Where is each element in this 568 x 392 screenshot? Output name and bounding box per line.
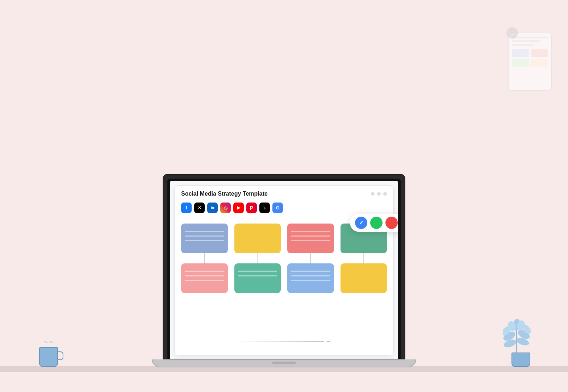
color-swatch-blue[interactable]: ✓ <box>355 217 367 229</box>
color-swatch-red[interactable] <box>385 217 398 229</box>
laptop-lid: Social Media Strategy Template f ✕ in ◎ <box>163 174 405 359</box>
scroll-arrow: → <box>237 338 331 345</box>
node-8[interactable] <box>341 263 387 293</box>
pinterest-icon[interactable]: P <box>246 203 257 213</box>
app-window: Social Media Strategy Template f ✕ in ◎ <box>174 185 394 356</box>
linkedin-icon[interactable]: in <box>207 203 218 213</box>
node-5[interactable] <box>181 263 228 293</box>
window-dot-1 <box>371 192 375 196</box>
google-icon[interactable]: G <box>272 203 283 213</box>
nodes-container <box>181 224 387 293</box>
twitter-x-icon[interactable]: ✕ <box>194 203 205 213</box>
node-7[interactable] <box>287 263 334 293</box>
laptop: Social Media Strategy Template f ✕ in ◎ <box>152 174 416 367</box>
laptop-base <box>152 359 416 367</box>
node-1[interactable] <box>181 224 228 253</box>
canvas-area[interactable]: → <box>175 216 393 350</box>
node-3[interactable] <box>287 224 334 253</box>
instagram-icon[interactable]: ◎ <box>220 203 231 213</box>
tiktok-icon[interactable]: ♪ <box>259 203 270 213</box>
color-picker[interactable]: ✓ <box>350 214 398 232</box>
node-2[interactable] <box>234 224 281 253</box>
youtube-icon[interactable]: ▶ <box>233 203 244 213</box>
color-swatch-green[interactable] <box>370 217 383 229</box>
laptop-screen: Social Media Strategy Template f ✕ in ◎ <box>170 181 398 359</box>
window-title: Social Media Strategy Template <box>181 191 268 197</box>
screen-bezel: Social Media Strategy Template f ✕ in ◎ <box>167 179 401 359</box>
node-6[interactable] <box>234 263 281 293</box>
facebook-icon[interactable]: f <box>181 203 192 213</box>
window-dot-3 <box>383 192 387 196</box>
plant <box>505 353 537 367</box>
coffee-mug: 〜〜 <box>39 347 58 367</box>
window-titlebar: Social Media Strategy Template <box>175 186 393 200</box>
window-controls <box>371 192 387 196</box>
bg-document <box>508 33 552 91</box>
window-dot-2 <box>377 192 381 196</box>
bg-circle-decoration <box>506 27 518 39</box>
